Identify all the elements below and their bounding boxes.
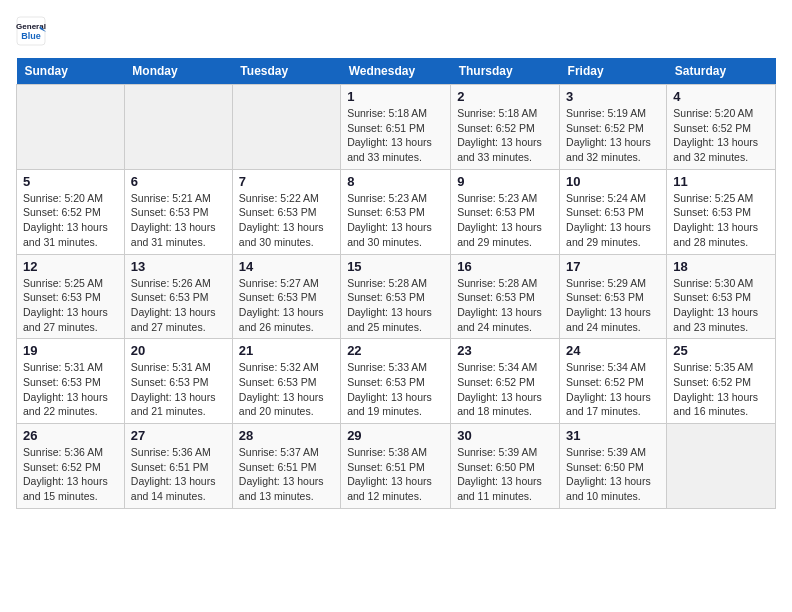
calendar-cell: 29Sunrise: 5:38 AM Sunset: 6:51 PM Dayli… — [341, 424, 451, 509]
calendar-cell: 27Sunrise: 5:36 AM Sunset: 6:51 PM Dayli… — [124, 424, 232, 509]
cell-date-number: 6 — [131, 174, 226, 189]
calendar-week-row: 5Sunrise: 5:20 AM Sunset: 6:52 PM Daylig… — [17, 169, 776, 254]
calendar-cell: 8Sunrise: 5:23 AM Sunset: 6:53 PM Daylig… — [341, 169, 451, 254]
cell-date-number: 17 — [566, 259, 660, 274]
cell-date-number: 7 — [239, 174, 334, 189]
calendar-cell: 31Sunrise: 5:39 AM Sunset: 6:50 PM Dayli… — [560, 424, 667, 509]
cell-date-number: 15 — [347, 259, 444, 274]
cell-sun-info: Sunrise: 5:25 AM Sunset: 6:53 PM Dayligh… — [23, 276, 118, 335]
calendar-cell: 22Sunrise: 5:33 AM Sunset: 6:53 PM Dayli… — [341, 339, 451, 424]
cell-date-number: 10 — [566, 174, 660, 189]
cell-sun-info: Sunrise: 5:36 AM Sunset: 6:52 PM Dayligh… — [23, 445, 118, 504]
weekday-header: Monday — [124, 58, 232, 85]
cell-date-number: 29 — [347, 428, 444, 443]
weekday-header: Sunday — [17, 58, 125, 85]
logo: General Blue — [16, 16, 46, 46]
cell-sun-info: Sunrise: 5:20 AM Sunset: 6:52 PM Dayligh… — [23, 191, 118, 250]
cell-sun-info: Sunrise: 5:35 AM Sunset: 6:52 PM Dayligh… — [673, 360, 769, 419]
calendar-week-row: 26Sunrise: 5:36 AM Sunset: 6:52 PM Dayli… — [17, 424, 776, 509]
calendar-table: SundayMondayTuesdayWednesdayThursdayFrid… — [16, 58, 776, 509]
cell-sun-info: Sunrise: 5:28 AM Sunset: 6:53 PM Dayligh… — [347, 276, 444, 335]
cell-date-number: 28 — [239, 428, 334, 443]
cell-sun-info: Sunrise: 5:18 AM Sunset: 6:51 PM Dayligh… — [347, 106, 444, 165]
calendar-cell: 24Sunrise: 5:34 AM Sunset: 6:52 PM Dayli… — [560, 339, 667, 424]
cell-date-number: 20 — [131, 343, 226, 358]
cell-sun-info: Sunrise: 5:38 AM Sunset: 6:51 PM Dayligh… — [347, 445, 444, 504]
cell-sun-info: Sunrise: 5:23 AM Sunset: 6:53 PM Dayligh… — [347, 191, 444, 250]
calendar-cell: 2Sunrise: 5:18 AM Sunset: 6:52 PM Daylig… — [451, 85, 560, 170]
cell-date-number: 14 — [239, 259, 334, 274]
cell-date-number: 31 — [566, 428, 660, 443]
weekday-header: Saturday — [667, 58, 776, 85]
weekday-header: Thursday — [451, 58, 560, 85]
cell-sun-info: Sunrise: 5:23 AM Sunset: 6:53 PM Dayligh… — [457, 191, 553, 250]
cell-date-number: 21 — [239, 343, 334, 358]
cell-date-number: 1 — [347, 89, 444, 104]
calendar-cell: 26Sunrise: 5:36 AM Sunset: 6:52 PM Dayli… — [17, 424, 125, 509]
cell-date-number: 2 — [457, 89, 553, 104]
svg-text:Blue: Blue — [21, 31, 41, 41]
calendar-cell: 17Sunrise: 5:29 AM Sunset: 6:53 PM Dayli… — [560, 254, 667, 339]
cell-sun-info: Sunrise: 5:26 AM Sunset: 6:53 PM Dayligh… — [131, 276, 226, 335]
cell-sun-info: Sunrise: 5:31 AM Sunset: 6:53 PM Dayligh… — [131, 360, 226, 419]
cell-sun-info: Sunrise: 5:27 AM Sunset: 6:53 PM Dayligh… — [239, 276, 334, 335]
calendar-cell: 1Sunrise: 5:18 AM Sunset: 6:51 PM Daylig… — [341, 85, 451, 170]
cell-sun-info: Sunrise: 5:32 AM Sunset: 6:53 PM Dayligh… — [239, 360, 334, 419]
calendar-cell — [17, 85, 125, 170]
calendar-cell: 3Sunrise: 5:19 AM Sunset: 6:52 PM Daylig… — [560, 85, 667, 170]
cell-date-number: 27 — [131, 428, 226, 443]
calendar-week-row: 1Sunrise: 5:18 AM Sunset: 6:51 PM Daylig… — [17, 85, 776, 170]
cell-sun-info: Sunrise: 5:24 AM Sunset: 6:53 PM Dayligh… — [566, 191, 660, 250]
cell-sun-info: Sunrise: 5:34 AM Sunset: 6:52 PM Dayligh… — [566, 360, 660, 419]
cell-sun-info: Sunrise: 5:22 AM Sunset: 6:53 PM Dayligh… — [239, 191, 334, 250]
cell-date-number: 11 — [673, 174, 769, 189]
cell-date-number: 22 — [347, 343, 444, 358]
cell-date-number: 13 — [131, 259, 226, 274]
weekday-header: Wednesday — [341, 58, 451, 85]
cell-date-number: 9 — [457, 174, 553, 189]
cell-sun-info: Sunrise: 5:34 AM Sunset: 6:52 PM Dayligh… — [457, 360, 553, 419]
cell-sun-info: Sunrise: 5:18 AM Sunset: 6:52 PM Dayligh… — [457, 106, 553, 165]
cell-date-number: 26 — [23, 428, 118, 443]
calendar-cell: 15Sunrise: 5:28 AM Sunset: 6:53 PM Dayli… — [341, 254, 451, 339]
cell-sun-info: Sunrise: 5:39 AM Sunset: 6:50 PM Dayligh… — [457, 445, 553, 504]
cell-sun-info: Sunrise: 5:36 AM Sunset: 6:51 PM Dayligh… — [131, 445, 226, 504]
cell-date-number: 4 — [673, 89, 769, 104]
calendar-cell — [124, 85, 232, 170]
cell-sun-info: Sunrise: 5:28 AM Sunset: 6:53 PM Dayligh… — [457, 276, 553, 335]
calendar-cell: 14Sunrise: 5:27 AM Sunset: 6:53 PM Dayli… — [232, 254, 340, 339]
calendar-cell: 5Sunrise: 5:20 AM Sunset: 6:52 PM Daylig… — [17, 169, 125, 254]
cell-date-number: 3 — [566, 89, 660, 104]
cell-sun-info: Sunrise: 5:19 AM Sunset: 6:52 PM Dayligh… — [566, 106, 660, 165]
cell-date-number: 25 — [673, 343, 769, 358]
page-header: General Blue — [16, 16, 776, 46]
calendar-cell: 28Sunrise: 5:37 AM Sunset: 6:51 PM Dayli… — [232, 424, 340, 509]
calendar-cell: 20Sunrise: 5:31 AM Sunset: 6:53 PM Dayli… — [124, 339, 232, 424]
logo-text-block: General Blue — [16, 16, 46, 46]
calendar-cell: 9Sunrise: 5:23 AM Sunset: 6:53 PM Daylig… — [451, 169, 560, 254]
calendar-cell: 23Sunrise: 5:34 AM Sunset: 6:52 PM Dayli… — [451, 339, 560, 424]
calendar-cell: 30Sunrise: 5:39 AM Sunset: 6:50 PM Dayli… — [451, 424, 560, 509]
cell-date-number: 24 — [566, 343, 660, 358]
cell-sun-info: Sunrise: 5:20 AM Sunset: 6:52 PM Dayligh… — [673, 106, 769, 165]
calendar-cell: 18Sunrise: 5:30 AM Sunset: 6:53 PM Dayli… — [667, 254, 776, 339]
cell-sun-info: Sunrise: 5:30 AM Sunset: 6:53 PM Dayligh… — [673, 276, 769, 335]
calendar-header: SundayMondayTuesdayWednesdayThursdayFrid… — [17, 58, 776, 85]
calendar-week-row: 19Sunrise: 5:31 AM Sunset: 6:53 PM Dayli… — [17, 339, 776, 424]
cell-sun-info: Sunrise: 5:21 AM Sunset: 6:53 PM Dayligh… — [131, 191, 226, 250]
cell-date-number: 18 — [673, 259, 769, 274]
weekday-header: Friday — [560, 58, 667, 85]
logo-svg-icon: General Blue — [16, 16, 46, 46]
cell-date-number: 16 — [457, 259, 553, 274]
cell-date-number: 19 — [23, 343, 118, 358]
weekday-header: Tuesday — [232, 58, 340, 85]
cell-date-number: 8 — [347, 174, 444, 189]
calendar-cell: 21Sunrise: 5:32 AM Sunset: 6:53 PM Dayli… — [232, 339, 340, 424]
calendar-cell: 16Sunrise: 5:28 AM Sunset: 6:53 PM Dayli… — [451, 254, 560, 339]
cell-date-number: 30 — [457, 428, 553, 443]
cell-date-number: 23 — [457, 343, 553, 358]
cell-sun-info: Sunrise: 5:39 AM Sunset: 6:50 PM Dayligh… — [566, 445, 660, 504]
cell-sun-info: Sunrise: 5:37 AM Sunset: 6:51 PM Dayligh… — [239, 445, 334, 504]
calendar-cell — [667, 424, 776, 509]
cell-date-number: 12 — [23, 259, 118, 274]
